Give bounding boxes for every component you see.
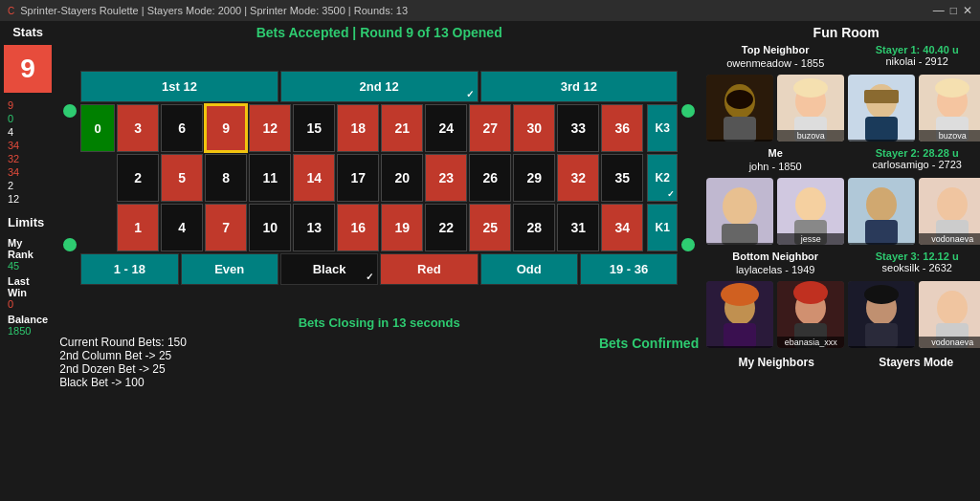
stayer3-avatar2: vodonaeva [919,281,980,348]
stayer2-section: Stayer 2: 28.28 u carlosamigo - 2723 [848,147,980,174]
bottom-bet-Even[interactable]: Even [181,253,278,285]
num-cell-19[interactable]: 19 [381,204,423,251]
num-cell-31[interactable]: 31 [557,204,599,251]
svg-point-17 [723,187,757,226]
stat-item: 34 [4,165,52,179]
bottom-bet-Odd[interactable]: Odd [480,253,578,285]
me-avatar-label [706,243,773,245]
balance-value: 1850 [8,325,48,337]
num-cell-4[interactable]: 4 [161,204,203,251]
num-cell-14[interactable]: 14 [293,154,335,202]
num-cell-34[interactable]: 34 [601,204,643,251]
stayer1-section: Stayer 1: 40.40 u nikolai - 2912 [848,44,980,71]
bets-closing: Bets Closing in 13 seconds [59,316,699,330]
stayer3-name: seoksilk - 2632 [882,262,952,273]
bets-header: Bets Accepted | Round 9 of 13 Opened [59,25,699,40]
num-cell-33[interactable]: 33 [557,104,599,152]
bottom-bet-19---36[interactable]: 19 - 36 [580,253,678,285]
num-cell-20[interactable]: 20 [381,154,423,202]
num-cell-17[interactable]: 17 [337,154,379,202]
num-cell-35[interactable]: 35 [601,154,643,202]
num-cell-18[interactable]: 18 [337,104,379,152]
left-dot-col [59,44,80,312]
num-cell-7[interactable]: 7 [205,204,247,251]
num-cell-21[interactable]: 21 [381,104,423,152]
top-neighbor-avatar2: buzova [777,75,844,142]
svg-point-23 [866,187,897,222]
num-cell-12[interactable]: 12 [249,104,291,152]
dozen-1st[interactable]: 1st 12 [80,71,278,102]
num-cell-3[interactable]: 3 [117,104,159,152]
maximize-button[interactable]: □ [950,4,957,17]
svg-rect-2 [724,117,756,142]
column-btns[interactable]: K3 K2 K1 [647,104,678,251]
top-neighbor-avatar [706,75,773,142]
num-cell-5[interactable]: 5 [161,154,203,202]
bottom-neighbor-label: Bottom Neighbor [732,250,818,262]
ebanasia-label: ebanasia_xxx [777,337,844,348]
me-avatar [706,178,773,245]
num-cell-28[interactable]: 28 [513,204,555,251]
num-cell-22[interactable]: 22 [425,204,467,251]
grid-container: 1st 12 2nd 12 3rd 12 0 36912151821242730… [80,71,678,285]
num-cell-25[interactable]: 25 [469,204,511,251]
stayer2-avatar [848,178,915,245]
col-k3[interactable]: K3 [647,104,678,152]
num-cell-9[interactable]: 9 [205,104,247,152]
right-dot-col [678,44,699,312]
minimize-button[interactable]: — [933,4,945,17]
num-cell-24[interactable]: 24 [425,104,467,152]
num-cell-1[interactable]: 1 [117,204,159,251]
bottom-bets-row[interactable]: 1 - 18EvenBlackRedOdd19 - 36 [80,253,678,285]
num-cell-8[interactable]: 8 [205,154,247,202]
main-layout: Stats 9 9 0 4 34 32 34 2 12 Limits My Ra… [0,21,980,501]
num-cell-27[interactable]: 27 [469,104,511,152]
stat-item: 0 [4,112,52,125]
stayer2-avatar2: vodonaeva [919,178,980,245]
svg-point-38 [864,285,899,304]
num-cell-11[interactable]: 11 [249,154,291,202]
bets-confirmed: Bets Confirmed [384,336,699,351]
window-controls[interactable]: — □ ✕ [933,4,972,17]
stat-item: 32 [4,152,52,165]
stat-item: 4 [4,125,52,139]
bottom-bet-1---18[interactable]: 1 - 18 [80,253,178,285]
bets-info: Current Round Bets: 150 2nd Column Bet -… [59,336,699,389]
svg-rect-18 [722,224,758,245]
bottom-neighbor-avatar2: ebanasia_xxx [777,281,844,348]
num-cell-30[interactable]: 30 [513,104,555,152]
bets-details: Current Round Bets: 150 2nd Column Bet -… [59,336,374,389]
last-win-label: Last Win [8,275,48,298]
vodonaeva2-label: vodonaeva [919,337,980,348]
num-cell-26[interactable]: 26 [469,154,511,202]
balance-label: Balance [8,314,48,325]
num-cell-15[interactable]: 15 [293,104,335,152]
num-cell-2[interactable]: 2 [117,154,159,202]
dozen-2nd[interactable]: 2nd 12 [280,71,479,102]
bottom-bet-Red[interactable]: Red [380,253,478,285]
col-k1[interactable]: K1 [647,204,678,251]
top-neighbor-avatar-label [706,140,773,142]
num-cell-6[interactable]: 6 [161,104,203,152]
numbers-section: 0 36912151821242730333625811141720232629… [80,104,678,251]
bottom-bet-Black[interactable]: Black [280,253,378,285]
num-cell-36[interactable]: 36 [601,104,643,152]
close-button[interactable]: ✕ [963,4,972,17]
num-cell-13[interactable]: 13 [293,204,335,251]
col-k2[interactable]: K2 [647,154,678,202]
dozens-row[interactable]: 1st 12 2nd 12 3rd 12 [80,71,678,102]
num-cell-10[interactable]: 10 [249,204,291,251]
svg-rect-31 [724,323,756,348]
num-cell-29[interactable]: 29 [513,154,555,202]
num-cell-16[interactable]: 16 [337,204,379,251]
zero-cell[interactable]: 0 [80,104,115,152]
numbers-grid[interactable]: 3691215182124273033362581114172023262932… [117,104,643,251]
bottom-right-dot [681,238,695,251]
svg-rect-10 [865,117,898,142]
my-neighbors-label: My Neighbors [706,356,846,369]
stayer3-section: Stayer 3: 12.12 u seoksilk - 2632 [848,250,980,277]
num-cell-23[interactable]: 23 [425,154,467,202]
dozen-3rd[interactable]: 3rd 12 [480,71,679,102]
num-cell-32[interactable]: 32 [557,154,599,202]
me-name: john - 1850 [749,161,802,172]
